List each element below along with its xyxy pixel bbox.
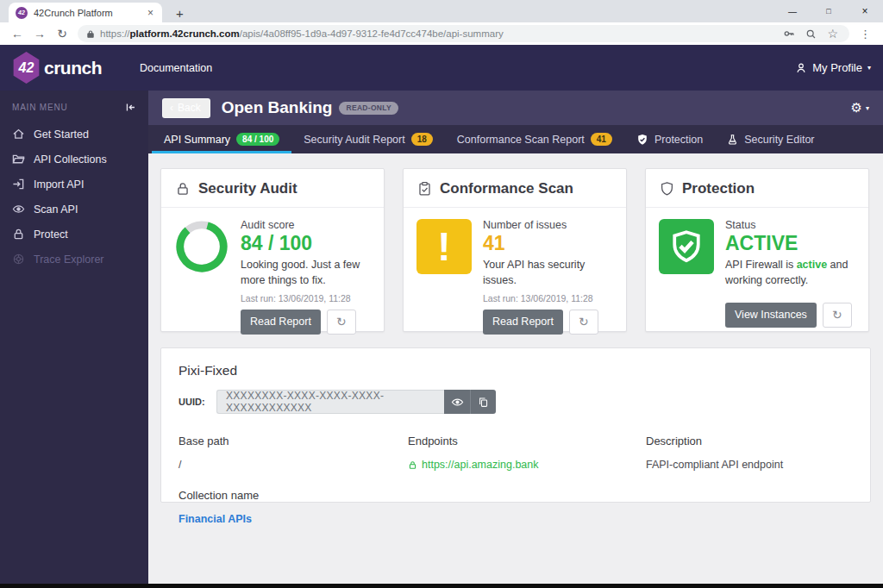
clipboard-check-icon [417,181,432,197]
tab-label: API Summary [164,134,230,146]
sidebar-section-title: MAIN MENU [12,103,67,112]
flask-icon [727,134,738,146]
reveal-uuid-button[interactable] [444,390,470,414]
browser-tab-title: 42Crunch Platform [34,8,140,18]
https-lock-icon [408,460,417,470]
collection-field: Collection name Financial APIs [178,489,853,525]
logo-wordmark: crunch [44,58,102,78]
field-label: Endpoints [408,435,646,447]
tab-conformance-scan-report[interactable]: Conformance Scan Report 41 [445,125,624,153]
chevron-down-icon: ▾ [867,64,871,72]
eye-icon [451,396,464,409]
profile-menu[interactable]: My Profile ▾ [795,61,871,74]
sidebar-item-protect[interactable]: Protect [0,222,148,247]
favicon-42crunch-icon: 42 [16,7,28,19]
back-label: Back [178,102,201,114]
tab-api-summary[interactable]: API Summary 84 / 100 [152,125,291,153]
home-icon [12,128,25,141]
documentation-link[interactable]: Documentation [140,62,212,74]
card-title: Conformance Scan [440,180,573,197]
uuid-label: UUID: [178,397,216,407]
score-badge: 84 / 100 [236,133,279,146]
folder-icon [12,153,25,166]
protection-message: API Firewall is active and working corre… [725,258,855,289]
sidebar-collapse-icon[interactable] [125,102,136,113]
tab-security-audit-report[interactable]: Security Audit Report 18 [291,125,445,153]
issues-count-value: 41 [483,232,613,255]
copy-uuid-button[interactable] [470,390,496,414]
api-name: Pixi-Fixed [178,363,853,378]
collection-link[interactable]: Financial APIs [178,513,853,525]
description-value: FAPI-compliant API endpoint [646,459,853,471]
tab-protection[interactable]: Protection [624,125,715,153]
protection-card: Protection Status ACTIVE API Fire [645,168,869,332]
trace-icon [12,253,25,266]
window-minimize-button[interactable]: — [774,0,811,22]
base-path-field: Base path / [178,435,408,471]
refresh-scan-button[interactable]: ↻ [569,310,598,335]
field-label: Description [646,435,853,447]
uuid-field[interactable]: XXXXXXXX-XXXX-XXXX-XXXX-XXXXXXXXXXXX [216,390,444,414]
new-tab-button[interactable]: + [171,6,189,21]
api-settings-menu[interactable]: ⚙ ▾ [851,100,869,116]
audit-score-value: 84 / 100 [241,232,371,255]
security-audit-card: Security Audit Audit score 84 / 100 [160,168,385,332]
refresh-icon: ↻ [336,315,347,328]
zoom-page-icon[interactable] [803,28,819,40]
copy-icon [478,397,489,408]
shield-icon [660,181,674,197]
lock-icon [175,181,191,197]
sidebar-item-label: Protect [34,228,68,241]
browser-forward-button[interactable]: → [29,24,50,43]
refresh-audit-button[interactable]: ↻ [327,310,356,335]
sidebar-item-trace-explorer[interactable]: Trace Explorer [0,247,148,272]
browser-tab-strip: 42 42Crunch Platform × + — □ × [0,0,883,22]
lock-icon [12,228,25,241]
firewall-shield-check-icon [659,219,714,274]
count-badge: 41 [591,133,612,146]
42crunch-logo[interactable]: 42 crunch [12,52,102,84]
back-button[interactable]: ‹ Back [162,98,210,118]
url-text: https://platform.42crunch.com/apis/4a08f… [100,28,775,39]
tab-security-editor[interactable]: Security Editor [715,125,826,153]
tab-close-icon[interactable]: × [146,7,155,19]
https-lock-icon [86,29,95,39]
logo-hexagon-icon: 42 [12,52,41,84]
read-report-button[interactable]: Read Report [241,310,321,335]
bookmark-star-icon[interactable]: ☆ [824,27,841,41]
field-label: Base path [178,435,408,447]
shield-check-icon [636,134,648,146]
eye-icon [12,203,25,216]
read-report-button[interactable]: Read Report [483,310,563,335]
view-instances-button[interactable]: View Instances [725,303,817,328]
tab-label: Security Audit Report [304,134,404,146]
field-label: Collection name [178,489,853,502]
browser-tab[interactable]: 42 42Crunch Platform × [9,3,162,22]
browser-menu-icon[interactable]: ⋮ [855,28,876,41]
browser-back-button[interactable]: ← [7,24,28,43]
refresh-protection-button[interactable]: ↻ [823,303,852,328]
window-maximize-button[interactable]: □ [811,0,847,22]
sidebar-item-api-collections[interactable]: API Collections [0,147,148,172]
profile-label: My Profile [812,61,862,74]
scan-message: Your API has security issues. [483,258,613,289]
endpoints-field: Endpoints https://api.amazing.bank [408,435,646,471]
sidebar-item-label: Scan API [34,203,78,216]
chevron-down-icon: ▾ [866,104,869,112]
count-badge: 18 [411,133,433,146]
sidebar-item-get-started[interactable]: Get Started [0,122,148,147]
page-header: ‹ Back Open Banking READ-ONLY ⚙ ▾ [148,91,883,125]
sidebar-item-scan-api[interactable]: Scan API [0,197,148,222]
sidebar-item-label: Import API [34,178,84,191]
audit-score-donut [174,219,229,274]
protection-status-value: ACTIVE [725,232,855,255]
address-bar[interactable]: https://platform.42crunch.com/apis/4a08f… [78,25,849,42]
window-close-button[interactable]: × [847,0,883,22]
endpoint-link[interactable]: https://api.amazing.bank [422,459,539,471]
password-key-icon[interactable] [780,28,798,40]
tab-label: Protection [654,134,703,146]
sidebar-item-import-api[interactable]: Import API [0,172,148,197]
browser-reload-button[interactable]: ↻ [52,24,72,43]
sidebar-item-label: Trace Explorer [34,253,104,266]
import-icon [12,178,25,191]
